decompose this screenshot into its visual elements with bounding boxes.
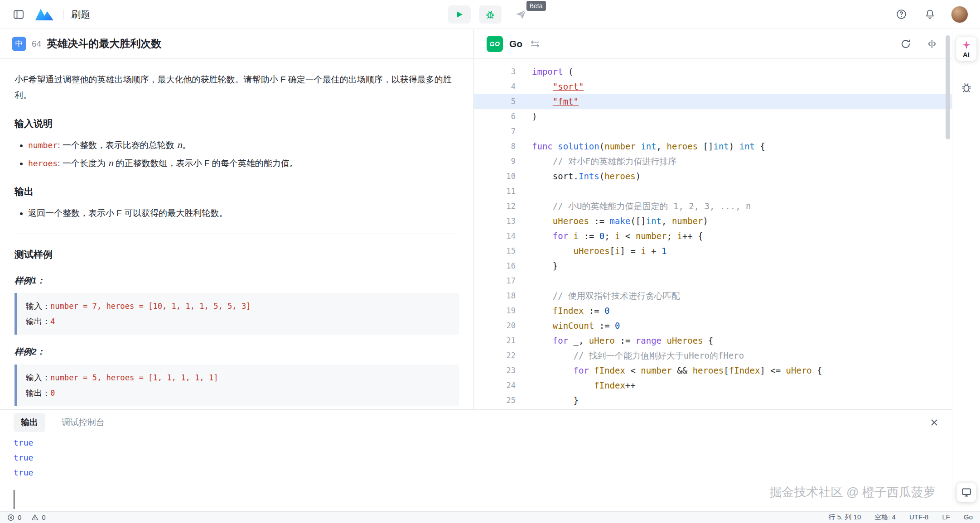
line-number: 12 (474, 199, 516, 214)
line-number: 22 (474, 348, 516, 363)
sample-2-label: 样例2： (14, 344, 459, 360)
editor-panel: GO Go 3import (4 "sort"5 "fm (474, 29, 952, 409)
console-output-line: true (14, 435, 938, 450)
code-line[interactable]: 3import ( (474, 64, 952, 79)
tab-debug-console[interactable]: 调试控制台 (62, 417, 105, 428)
code-line[interactable]: 6) (474, 109, 952, 124)
close-console-icon[interactable] (930, 418, 938, 427)
encoding[interactable]: UTF-8 (909, 513, 929, 522)
problems-summary[interactable]: 0 0 (7, 513, 46, 521)
monitor-icon[interactable] (956, 482, 976, 502)
code-line[interactable]: 17 (474, 273, 952, 288)
code-line[interactable]: 18 // 使用双指针技术进行贪心匹配 (474, 288, 952, 303)
code-line[interactable]: 8func solution(number int, heroes []int)… (474, 139, 952, 154)
code-line[interactable]: 7 (474, 124, 952, 139)
code-line[interactable]: 14 for i := 0; i < number; i++ { (474, 229, 952, 244)
line-number: 8 (474, 139, 516, 154)
indent-setting[interactable]: 空格: 4 (874, 513, 896, 522)
output-heading: 输出 (14, 183, 459, 201)
line-number: 24 (474, 378, 516, 393)
line-number: 20 (474, 318, 516, 333)
run-button[interactable] (448, 5, 471, 24)
errors-icon (7, 514, 14, 521)
line-number: 23 (474, 363, 516, 378)
topbar-left: 刷题 (12, 6, 90, 23)
code-editor[interactable]: 3import (4 "sort"5 "fmt"6)78func solutio… (474, 59, 952, 409)
code-line[interactable]: 10 sort.Ints(heroes) (474, 169, 952, 184)
code-line[interactable]: 24 fIndex++ (474, 378, 952, 393)
user-avatar[interactable] (951, 6, 968, 23)
notifications-bell-icon[interactable] (922, 7, 937, 22)
main-column: 中 64 英雄决斗的最大胜利次数 小F希望通过调整他的英雄出场顺序，最大化他的获… (0, 29, 952, 511)
code-line[interactable]: 15 uHeroes[i] = i + 1 (474, 244, 952, 259)
ai-sparkle-icon (961, 40, 971, 50)
output-spec-list: 返回一个整数，表示小 F 可以获得的最大胜利轮数。 (14, 205, 459, 221)
problem-panel: 中 64 英雄决斗的最大胜利次数 小F希望通过调整他的英雄出场顺序，最大化他的获… (0, 29, 474, 409)
editor-header: GO Go (474, 29, 952, 59)
ai-assistant-button[interactable]: AI (956, 36, 977, 61)
topbar-divider (63, 10, 64, 19)
line-number: 9 (474, 154, 516, 169)
paper-plane-icon (515, 9, 527, 20)
language-mode[interactable]: Go (964, 513, 973, 522)
line-number: 5 (474, 94, 516, 109)
code-line[interactable]: 13 uHeroes := make([]int, number) (474, 214, 952, 229)
section-divider (14, 234, 459, 234)
bug-icon (485, 10, 495, 19)
code-line[interactable]: 9 // 对小F的英雄能力值进行排序 (474, 154, 952, 169)
errors-count: 0 (18, 513, 21, 521)
beta-badge: Beta (526, 1, 546, 11)
statusbar-right: 行 5, 列 10 空格: 4 UTF-8 LF Go (829, 513, 973, 522)
line-number: 14 (474, 229, 516, 244)
sample-input-line: 输入：number = 5, heroes = [1, 1, 1, 1, 1] (26, 370, 450, 385)
input-heading: 输入说明 (14, 115, 459, 133)
sample-output-line: 输出：4 (26, 314, 450, 329)
code-line[interactable]: 20 winCount := 0 (474, 318, 952, 333)
help-icon[interactable] (894, 7, 909, 22)
code-line[interactable]: 16 } (474, 259, 952, 273)
code-line[interactable]: 19 fIndex := 0 (474, 303, 952, 318)
watermark-text: 掘金技术社区 @ 橙子西瓜菠萝 (770, 484, 936, 500)
code-line[interactable]: 12 // 小U的英雄能力值是固定的 1, 2, 3, ..., n (474, 199, 952, 214)
code-line[interactable]: 5 "fmt" (474, 94, 952, 109)
code-line[interactable]: 11 (474, 184, 952, 199)
line-number: 25 (474, 393, 516, 408)
console-output-area[interactable]: truetruetrue 掘金技术社区 @ 橙子西瓜菠萝 (0, 435, 952, 511)
reset-code-icon[interactable] (898, 37, 913, 51)
code-line[interactable]: 22 // 找到一个能力值刚好大于uHero的fHero (474, 348, 952, 363)
console-panel: 输出 调试控制台 truetruetrue 掘金技术社区 @ 橙子西瓜菠萝 (0, 409, 952, 511)
code-line[interactable]: 4 "sort" (474, 79, 952, 94)
go-language-icon: GO (487, 36, 503, 52)
line-number: 18 (474, 288, 516, 303)
input-spec-item: number: 一个整数，表示比赛的总轮数 n。 (28, 137, 459, 153)
problem-description-area: 小F希望通过调整他的英雄出场顺序，最大化他的获胜轮数。请帮助小 F 确定一个最佳… (0, 59, 473, 409)
line-number: 6 (474, 109, 516, 124)
line-number: 10 (474, 169, 516, 184)
sample-2-block: 输入：number = 5, heroes = [1, 1, 1, 1, 1] … (14, 365, 459, 406)
statusbar: 0 0 行 5, 列 10 空格: 4 UTF-8 LF Go (0, 511, 980, 523)
input-spec-list: number: 一个整数，表示比赛的总轮数 n。 heroes: 一个长度为 n… (14, 137, 459, 171)
eol-setting[interactable]: LF (942, 513, 950, 522)
sidebar-toggle-icon[interactable] (12, 8, 25, 21)
tab-output[interactable]: 输出 (14, 413, 45, 432)
section-title: 刷题 (71, 8, 90, 21)
debug-tool-icon[interactable] (959, 80, 974, 95)
split-view-icon[interactable] (925, 37, 939, 51)
code-line[interactable]: 23 for fIndex < number && heroes[fIndex]… (474, 363, 952, 378)
samples-heading: 测试样例 (14, 246, 459, 264)
switch-language-icon[interactable] (529, 38, 541, 50)
line-number: 3 (474, 64, 516, 79)
problem-header: 中 64 英雄决斗的最大胜利次数 (0, 29, 473, 59)
ai-label: AI (963, 51, 970, 58)
difficulty-badge: 中 (12, 37, 26, 51)
cursor-position[interactable]: 行 5, 列 10 (829, 513, 861, 522)
code-line[interactable]: 25 } (474, 393, 952, 408)
marscode-logo-icon[interactable] (33, 6, 56, 23)
editor-scrollbar[interactable] (946, 35, 950, 139)
language-label: Go (509, 38, 522, 49)
console-caret (14, 490, 14, 509)
code-line[interactable]: 21 for _, uHero := range uHeroes { (474, 333, 952, 348)
problem-id: 64 (32, 39, 41, 49)
submit-button[interactable]: Beta (510, 5, 532, 24)
debug-run-button[interactable] (479, 5, 502, 24)
